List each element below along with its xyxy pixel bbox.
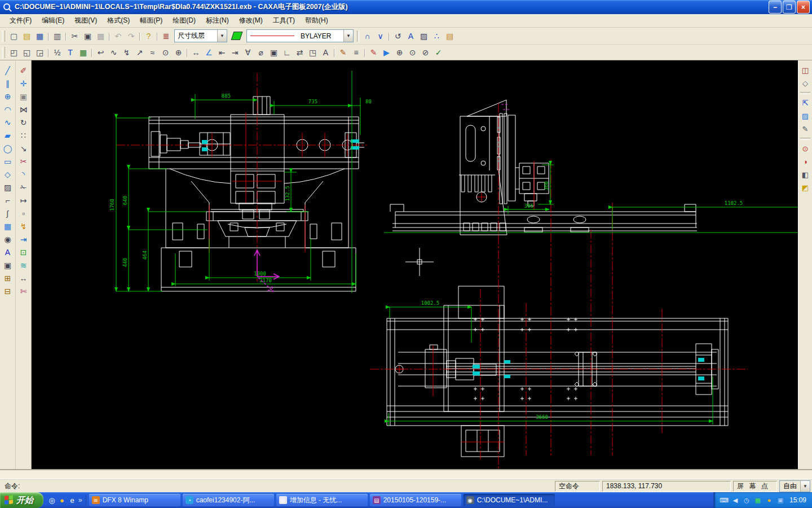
menu-item[interactable]: 标注(N) bbox=[201, 14, 234, 27]
cloud-line-button[interactable]: ≈ bbox=[146, 46, 159, 59]
zoom-doc-button[interactable]: ⊘ bbox=[419, 46, 432, 59]
menu-item[interactable]: 格式(S) bbox=[102, 14, 135, 27]
menu-item[interactable]: 文件(F) bbox=[5, 14, 37, 27]
start-button[interactable]: 开始 bbox=[0, 492, 43, 508]
dim-text-button[interactable]: A bbox=[319, 46, 332, 59]
zoom-window-button[interactable]: ◱ bbox=[20, 46, 33, 59]
tool-grid[interactable]: ▦ bbox=[1, 220, 15, 233]
draft-pencil-button[interactable]: ✎ bbox=[367, 46, 380, 59]
help-button[interactable]: ? bbox=[142, 30, 155, 42]
sketch-check-button[interactable]: ✎ bbox=[337, 46, 350, 59]
tool-ellipse[interactable]: ◯ bbox=[1, 142, 15, 155]
menu-item[interactable]: 绘图(D) bbox=[167, 14, 201, 27]
open-button[interactable]: ▤ bbox=[20, 30, 33, 42]
tool-chamfer[interactable]: ⌐ bbox=[1, 194, 15, 207]
paste-block-button[interactable]: ⇱ bbox=[799, 97, 811, 110]
quicklaunch-ie-icon[interactable]: e bbox=[67, 495, 77, 505]
block-section-button[interactable]: ◧ bbox=[799, 168, 811, 181]
layer-select[interactable]: 尺寸线层 ▼ bbox=[174, 29, 227, 42]
tray-collapse-icon[interactable]: ◀ bbox=[731, 496, 740, 505]
menu-item[interactable]: 幅面(P) bbox=[135, 14, 167, 27]
menu-item[interactable]: 帮助(H) bbox=[300, 14, 333, 27]
close-button[interactable]: × bbox=[797, 1, 810, 14]
tool-tolerance[interactable]: ⊡ bbox=[17, 246, 30, 259]
tool-quick-edit[interactable]: ↯ bbox=[17, 220, 30, 233]
quicklaunch-chevron-icon[interactable]: » bbox=[78, 496, 82, 504]
three-d-view-button[interactable]: ◇ bbox=[799, 77, 811, 90]
tray-clock-icon[interactable]: ◷ bbox=[742, 496, 751, 505]
new-button[interactable]: ▢ bbox=[7, 30, 20, 42]
zigzag-button[interactable]: ↯ bbox=[120, 46, 133, 59]
tool-region-fill[interactable]: ▰ bbox=[1, 129, 15, 142]
minimize-button[interactable]: − bbox=[769, 1, 782, 14]
tool-break[interactable]: ✁ bbox=[17, 181, 30, 194]
block-red-button[interactable]: ⊙ bbox=[799, 142, 811, 155]
zoom-fit-button[interactable]: ◰ bbox=[7, 46, 20, 59]
task-wangwang[interactable]: ◔caofei1234902-阿... bbox=[183, 494, 274, 506]
task-winrar[interactable]: ▤20150105-120159-... bbox=[370, 494, 461, 506]
menu-item[interactable]: 视图(V) bbox=[69, 14, 102, 27]
tool-explode[interactable]: ▫ bbox=[17, 207, 30, 220]
tool-circle[interactable]: ⊕ bbox=[1, 90, 15, 103]
leader-button[interactable]: ↩ bbox=[94, 46, 107, 59]
task-message[interactable]: ◎增加信息 - 无忧... bbox=[276, 494, 368, 506]
rotate-view-button[interactable]: ↺ bbox=[391, 30, 404, 42]
chevron-down-icon[interactable]: ▼ bbox=[343, 30, 353, 42]
tool-polygon[interactable]: ◇ bbox=[1, 168, 15, 181]
tool-block[interactable]: ▣ bbox=[1, 259, 15, 271]
dim-frame-button[interactable]: ▣ bbox=[267, 46, 280, 59]
ruler-button[interactable]: ≡ bbox=[350, 46, 363, 59]
task-caxa[interactable]: ◉C:\DOCUME~1\ADMI... bbox=[464, 494, 555, 506]
tool-arc[interactable]: ◠ bbox=[1, 103, 15, 116]
dim-smart-button[interactable]: ∠ bbox=[202, 46, 215, 59]
quicklaunch-player-icon[interactable]: ◎ bbox=[47, 495, 57, 505]
tool-detail-view[interactable]: ◉ bbox=[1, 233, 15, 246]
command-prompt[interactable]: 命令: bbox=[2, 481, 20, 491]
block-rotate-button[interactable]: ◑ bbox=[799, 155, 811, 168]
menu-item[interactable]: 修改(M) bbox=[234, 14, 268, 27]
quicklaunch-messenger-icon[interactable]: ● bbox=[57, 495, 67, 505]
tool-formula-curve[interactable]: ∫ bbox=[1, 207, 15, 220]
snap-point-button[interactable]: ∨ bbox=[374, 30, 387, 42]
tool-scale[interactable]: ↘ bbox=[17, 142, 30, 155]
tool-array[interactable]: ∷ bbox=[17, 129, 30, 142]
zoom-confirm-button[interactable]: ✓ bbox=[432, 46, 445, 59]
undo-button[interactable]: ↶ bbox=[112, 30, 125, 42]
restore-button[interactable]: ❐ bbox=[783, 1, 796, 14]
zoom-prev-button[interactable]: ⊙ bbox=[406, 46, 419, 59]
paste-button[interactable]: ▩ bbox=[94, 30, 107, 42]
wipeout-button[interactable]: ▨ bbox=[417, 30, 430, 42]
tool-dim-arrow[interactable]: ⇥ bbox=[17, 233, 30, 246]
tool-erase[interactable]: ✐ bbox=[17, 64, 30, 77]
tool-spline[interactable]: ∿ bbox=[1, 116, 15, 129]
dim-angle-button[interactable]: ∀ bbox=[241, 46, 254, 59]
copy-button[interactable]: ▣ bbox=[81, 30, 94, 42]
text-table-button[interactable]: T bbox=[64, 46, 77, 59]
pointer-button[interactable]: ↗ bbox=[133, 46, 146, 59]
dim-diameter-button[interactable]: ⌀ bbox=[254, 46, 267, 59]
balloon-button[interactable]: ⊙ bbox=[159, 46, 172, 59]
save-button[interactable]: ▦ bbox=[33, 30, 46, 42]
menu-item[interactable]: 工具(T) bbox=[268, 14, 300, 27]
tool-stretch[interactable]: ↦ bbox=[17, 194, 30, 207]
tool-move[interactable]: ✛ bbox=[17, 77, 30, 90]
task-winamp[interactable]: ≋DFX 8 Winamp bbox=[89, 494, 180, 506]
font-style-button[interactable]: A bbox=[404, 30, 417, 42]
dim-linear-button[interactable]: ↔ bbox=[189, 46, 202, 59]
zoom-in-button[interactable]: ⊕ bbox=[393, 46, 406, 59]
tool-text[interactable]: A bbox=[1, 246, 15, 259]
menu-item[interactable]: 编辑(E) bbox=[37, 14, 69, 27]
move-point-button[interactable]: ∴ bbox=[430, 30, 443, 42]
chevron-down-icon[interactable]: ▼ bbox=[217, 30, 227, 42]
tool-library-insert[interactable]: ⊞ bbox=[1, 271, 15, 284]
pick-point-button[interactable]: ▶ bbox=[380, 46, 393, 59]
tray-monitor-icon[interactable]: ▦ bbox=[753, 496, 762, 505]
toolbar-grip[interactable] bbox=[2, 30, 5, 42]
wave-line-button[interactable]: ∿ bbox=[107, 46, 120, 59]
dim-corner-button[interactable]: ∟ bbox=[280, 46, 293, 59]
tool-layer-edit[interactable]: ≋ bbox=[17, 259, 30, 271]
drawing-canvas[interactable]: 885 735 80 1760 640 440 464 132.5 1000 2… bbox=[32, 60, 798, 469]
snap-mode-select[interactable]: 自由 ▼ bbox=[779, 480, 810, 492]
tool-cleanup[interactable]: ✄ bbox=[17, 284, 30, 297]
named-view-button[interactable]: ◲ bbox=[33, 46, 46, 59]
